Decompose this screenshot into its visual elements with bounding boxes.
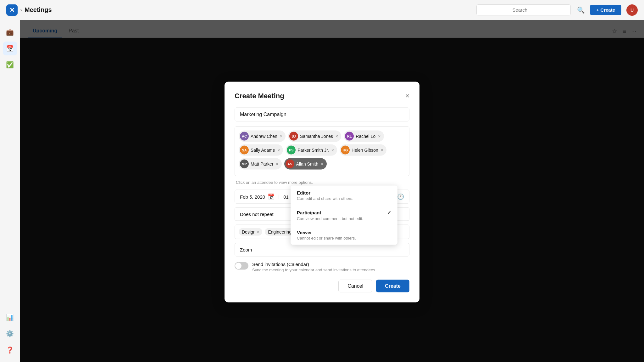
sidebar-item-help[interactable]: ❓	[3, 343, 17, 357]
search-input[interactable]	[476, 4, 571, 15]
sidebar: 💼 📅 ✅ 📊 ⚙️ ❓	[0, 20, 20, 362]
check-icon: ✓	[387, 210, 391, 216]
dropdown-item-editor[interactable]: Editor Can edit and share with others.	[291, 186, 397, 205]
modal-close-button[interactable]: ×	[405, 93, 409, 99]
dropdown-item-participant[interactable]: Participant ✓ Can view and comment, but …	[291, 205, 397, 225]
remove-matt[interactable]: ×	[276, 161, 278, 167]
repeat-text: Does not repeat	[240, 212, 274, 217]
tag-chip-design[interactable]: Design ×	[239, 228, 262, 236]
attendees-area: AC Andrew Chen × SJ Samantha Jones × RL …	[235, 127, 409, 176]
tag-label-design: Design	[242, 229, 256, 235]
attendee-chip-andrew[interactable]: AC Andrew Chen ×	[239, 131, 286, 142]
modal-footer: Cancel Create	[235, 280, 409, 292]
attendee-avatar-samantha: SJ	[289, 132, 298, 141]
breadcrumb-chevron: ›	[20, 7, 22, 13]
datetime-separator: |	[278, 194, 280, 200]
location-text: Zoom	[240, 247, 252, 252]
calendar-icon[interactable]: 📅	[268, 193, 275, 200]
attendee-name-allan: Allan Smith	[296, 161, 319, 167]
remove-helen[interactable]: ×	[381, 148, 383, 153]
attendee-chip-matt[interactable]: MP Matt Parker ×	[239, 158, 282, 170]
search-icon[interactable]: 🔍	[577, 6, 585, 14]
remove-parker[interactable]: ×	[331, 148, 334, 153]
attendee-avatar-sally: SA	[240, 146, 249, 155]
attendee-chip-helen[interactable]: HG Helen Gibson ×	[340, 144, 386, 156]
remove-rachel[interactable]: ×	[378, 134, 380, 139]
remove-sally[interactable]: ×	[277, 148, 280, 153]
dropdown-editor-sub: Can edit and share with others.	[297, 196, 391, 201]
click-hint: Click on an attendee to view more option…	[235, 180, 409, 185]
dropdown-viewer-label: Viewer	[297, 230, 312, 235]
attendee-name-rachel: Rachel Lo	[356, 134, 375, 139]
attendees-row-3: MP Matt Parker × AS Allan Smith ×	[239, 158, 405, 170]
attendee-avatar-parker: PS	[287, 146, 296, 155]
remove-samantha[interactable]: ×	[336, 134, 338, 139]
attendee-chip-sally[interactable]: SA Sally Adams ×	[239, 144, 283, 156]
dropdown-editor-title: Editor	[297, 190, 391, 195]
meeting-title-input[interactable]	[235, 108, 409, 122]
role-dropdown-menu: Editor Can edit and share with others. P…	[291, 186, 397, 245]
dropdown-editor-label: Editor	[297, 190, 310, 195]
sidebar-item-tasks[interactable]: ✅	[3, 58, 17, 72]
attendee-chip-parker[interactable]: PS Parker Smith Jr. ×	[286, 144, 337, 156]
logo-icon: ✕	[9, 6, 15, 14]
create-meeting-modal: Create Meeting × AC Andrew Chen × SJ Sam…	[225, 82, 419, 303]
attendee-chip-allan[interactable]: AS Allan Smith ×	[284, 158, 327, 170]
attendee-name-helen: Helen Gibson	[352, 148, 378, 153]
page-title: Meetings	[25, 6, 52, 14]
tag-chip-engineering[interactable]: Engineering	[265, 228, 295, 236]
attendee-name-matt: Matt Parker	[251, 161, 273, 167]
dropdown-viewer-title: Viewer	[297, 230, 391, 235]
create-submit-button[interactable]: Create	[376, 280, 409, 292]
location-row[interactable]: Zoom	[235, 243, 409, 257]
clock-icon[interactable]: 🕐	[397, 193, 404, 200]
attendee-avatar-andrew: AC	[240, 132, 249, 141]
toggle-main-label: Send invitations (Calendar)	[252, 262, 376, 267]
attendee-name-sally: Sally Adams	[251, 148, 275, 153]
attendee-chip-samantha[interactable]: SJ Samantha Jones ×	[288, 131, 341, 142]
top-bar: ✕ › Meetings 🔍 + Create U	[0, 0, 644, 20]
dropdown-participant-label: Participant	[297, 210, 321, 215]
app-logo: ✕	[6, 4, 18, 16]
toggle-labels: Send invitations (Calendar) Sync the mee…	[252, 262, 376, 272]
attendee-avatar-allan: AS	[286, 160, 294, 168]
attendee-chip-rachel[interactable]: RL Rachel Lo ×	[344, 131, 384, 142]
attendee-name-samantha: Samantha Jones	[300, 134, 333, 139]
dropdown-viewer-sub: Cannot edit or share with others.	[297, 236, 391, 240]
dropdown-item-viewer[interactable]: Viewer Cannot edit or share with others.	[291, 225, 397, 245]
dropdown-participant-title: Participant ✓	[297, 210, 391, 216]
attendee-name-parker: Parker Smith Jr.	[297, 148, 329, 153]
modal-title: Create Meeting	[235, 92, 284, 100]
remove-andrew[interactable]: ×	[280, 134, 282, 139]
toggle-sub-label: Sync the meeting to your calendar and se…	[252, 268, 376, 272]
attendee-name-andrew: Andrew Chen	[251, 134, 277, 139]
toggle-row: Send invitations (Calendar) Sync the mee…	[235, 262, 409, 272]
calendar-toggle[interactable]	[235, 262, 248, 270]
top-bar-icons: 🔍 + Create U	[577, 4, 638, 16]
sidebar-bottom: 📊 ⚙️ ❓	[3, 310, 17, 357]
dropdown-participant-sub: Can view and comment, but not edit.	[297, 216, 391, 221]
sidebar-item-briefcase[interactable]: 💼	[3, 25, 17, 39]
remove-tag-design[interactable]: ×	[257, 229, 259, 234]
sidebar-item-settings[interactable]: ⚙️	[3, 327, 17, 341]
modal-header: Create Meeting ×	[235, 92, 409, 100]
attendee-avatar-matt: MP	[240, 160, 249, 168]
remove-allan[interactable]: ×	[321, 161, 323, 167]
sidebar-item-board[interactable]: 📊	[3, 310, 17, 324]
cancel-button[interactable]: Cancel	[338, 280, 372, 292]
time-text: 01	[283, 194, 289, 199]
create-button[interactable]: + Create	[590, 5, 621, 15]
attendee-avatar-rachel: RL	[345, 132, 354, 141]
tag-label-engineering: Engineering	[268, 229, 291, 235]
date-text: Feb 5, 2020	[240, 194, 265, 199]
attendees-row-2: SA Sally Adams × PS Parker Smith Jr. × H…	[239, 144, 405, 156]
user-avatar[interactable]: U	[626, 4, 638, 16]
sidebar-item-calendar[interactable]: 📅	[3, 42, 17, 55]
attendee-avatar-helen: HG	[341, 146, 350, 155]
attendees-row-1: AC Andrew Chen × SJ Samantha Jones × RL …	[239, 131, 405, 142]
